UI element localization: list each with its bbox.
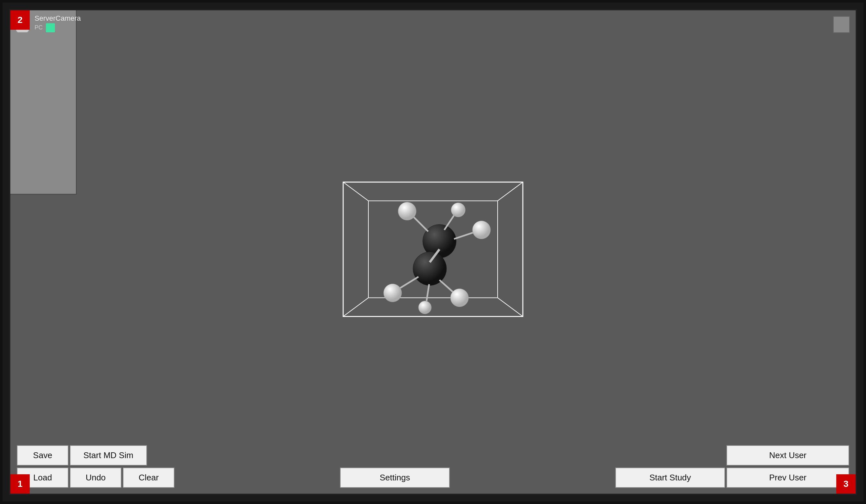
corner-badge-bottom-left: 1 bbox=[10, 474, 30, 494]
svg-line-21 bbox=[426, 284, 429, 301]
user-panel: ServerCamera PC bbox=[10, 10, 77, 194]
svg-line-4 bbox=[343, 182, 368, 201]
svg-line-19 bbox=[440, 280, 454, 293]
svg-line-5 bbox=[498, 182, 523, 201]
svg-line-17 bbox=[400, 277, 419, 288]
svg-line-11 bbox=[412, 215, 428, 232]
toolbar-row-1: Save Start MD Sim Next User bbox=[17, 445, 849, 466]
prev-user-button[interactable]: Prev User bbox=[726, 468, 849, 488]
toolbar-row2-left: Load Undo Clear bbox=[17, 468, 175, 488]
svg-point-16 bbox=[451, 203, 465, 217]
bottom-toolbar: Save Start MD Sim Next User Load Undo Cl… bbox=[10, 439, 856, 494]
start-study-button[interactable]: Start Study bbox=[615, 468, 725, 488]
clear-button[interactable]: Clear bbox=[123, 468, 175, 488]
status-indicator bbox=[46, 23, 55, 32]
toolbar-row2-right: Start Study Prev User bbox=[615, 468, 849, 488]
svg-point-18 bbox=[384, 284, 402, 302]
svg-line-6 bbox=[343, 298, 368, 317]
top-right-button[interactable] bbox=[833, 16, 850, 33]
corner-badge-top-left: 2 bbox=[10, 10, 30, 30]
svg-point-12 bbox=[398, 202, 416, 220]
settings-button[interactable]: Settings bbox=[340, 468, 450, 488]
main-viewport: 2 1 3 ServerCamera PC bbox=[9, 9, 857, 495]
svg-line-7 bbox=[498, 298, 523, 317]
svg-point-20 bbox=[451, 289, 468, 307]
user-details: ServerCamera PC bbox=[35, 14, 81, 32]
molecule-viewport bbox=[343, 181, 523, 317]
outer-frame: 2 1 3 ServerCamera PC bbox=[0, 0, 866, 504]
user-name: ServerCamera bbox=[35, 14, 81, 23]
start-md-sim-button[interactable]: Start MD Sim bbox=[70, 445, 147, 466]
toolbar-row1-left: Save Start MD Sim bbox=[17, 445, 147, 466]
save-button[interactable]: Save bbox=[17, 445, 68, 466]
wireframe-box bbox=[343, 181, 523, 317]
user-label: PC bbox=[35, 24, 43, 31]
undo-button[interactable]: Undo bbox=[70, 468, 122, 488]
svg-point-9 bbox=[413, 252, 446, 285]
toolbar-row2-center: Settings bbox=[340, 468, 450, 488]
next-user-button[interactable]: Next User bbox=[726, 445, 849, 466]
toolbar-row1-right: Next User bbox=[726, 445, 849, 466]
svg-point-14 bbox=[473, 221, 490, 239]
svg-line-13 bbox=[454, 233, 474, 239]
toolbar-row-2: Load Undo Clear Settings Start Study Pre… bbox=[17, 468, 849, 488]
svg-point-22 bbox=[419, 301, 431, 314]
corner-badge-bottom-right: 3 bbox=[836, 474, 856, 494]
